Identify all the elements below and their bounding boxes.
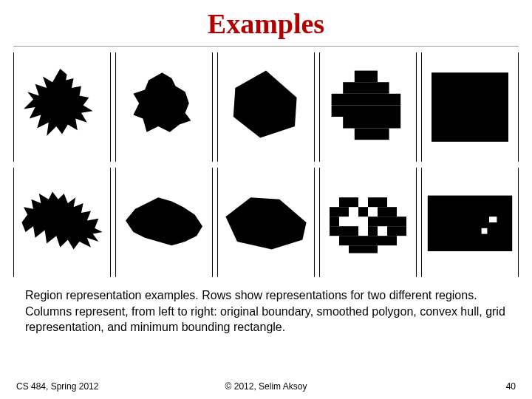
svg-rect-8: [355, 129, 389, 140]
svg-rect-16: [358, 207, 368, 216]
shape-icon: [320, 168, 416, 277]
grid-row: [13, 52, 519, 162]
svg-rect-9: [432, 72, 508, 142]
svg-rect-19: [368, 216, 406, 226]
svg-marker-11: [126, 197, 202, 245]
cell-original-boundary: [13, 52, 111, 162]
svg-marker-12: [225, 197, 306, 249]
figure-caption: Region representation examples. Rows sho…: [0, 277, 532, 335]
footer-copyright: © 2012, Selim Aksoy: [225, 381, 307, 392]
svg-rect-17: [378, 207, 397, 216]
svg-rect-14: [368, 197, 387, 207]
svg-rect-25: [428, 196, 512, 251]
cell-bounding-rectangle: [421, 168, 519, 277]
shape-icon: [422, 52, 518, 162]
grid-row: [13, 168, 519, 277]
cell-grid-representation: [319, 52, 417, 162]
svg-rect-20: [330, 226, 358, 236]
svg-rect-13: [339, 197, 358, 207]
slide-footer: CS 484, Spring 2012 © 2012, Selim Aksoy …: [0, 381, 532, 392]
title-divider: [13, 46, 519, 47]
svg-marker-1: [133, 72, 191, 132]
shape-icon: [320, 52, 416, 162]
svg-rect-27: [482, 228, 488, 234]
cell-convex-hull: [217, 168, 315, 277]
cell-grid-representation: [319, 168, 417, 277]
shape-icon: [116, 52, 212, 162]
cell-convex-hull: [217, 52, 315, 162]
footer-course: CS 484, Spring 2012: [16, 381, 98, 392]
cell-original-boundary: [13, 168, 111, 277]
example-grid: [0, 52, 532, 277]
shape-icon: [218, 52, 314, 162]
svg-rect-15: [330, 207, 349, 216]
shape-icon: [14, 52, 110, 162]
svg-rect-4: [343, 82, 389, 94]
svg-marker-0: [24, 69, 93, 136]
shape-icon: [116, 168, 212, 277]
svg-marker-2: [233, 71, 297, 138]
svg-rect-18: [330, 216, 339, 226]
cell-smoothed-polygon: [115, 168, 213, 277]
shape-icon: [14, 168, 110, 277]
svg-rect-3: [355, 71, 378, 83]
svg-rect-7: [343, 117, 400, 129]
svg-rect-5: [332, 94, 401, 106]
shape-icon: [218, 168, 314, 277]
svg-rect-22: [387, 226, 406, 236]
slide-title: Examples: [0, 0, 532, 46]
svg-rect-26: [489, 216, 497, 222]
cell-smoothed-polygon: [115, 52, 213, 162]
svg-rect-24: [349, 245, 378, 253]
shape-icon: [422, 168, 518, 277]
svg-rect-23: [339, 236, 397, 245]
svg-rect-21: [368, 226, 378, 236]
footer-page-number: 40: [506, 381, 516, 392]
svg-rect-6: [332, 105, 401, 117]
svg-marker-10: [21, 191, 102, 249]
cell-bounding-rectangle: [421, 52, 519, 162]
